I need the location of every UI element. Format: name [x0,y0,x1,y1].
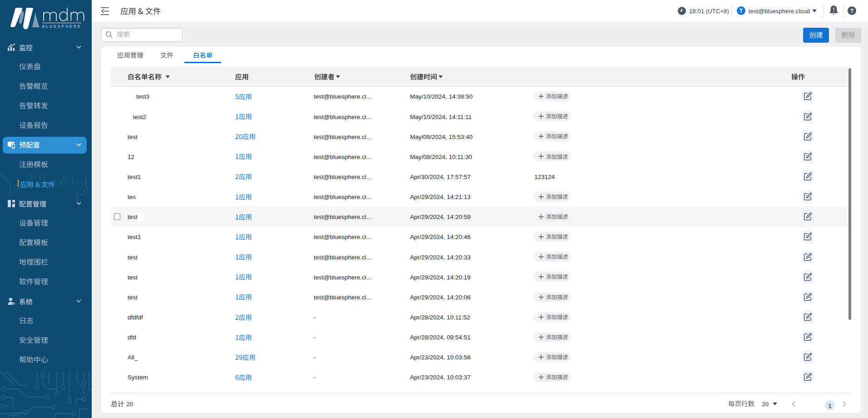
svg-text:?: ? [850,8,854,14]
